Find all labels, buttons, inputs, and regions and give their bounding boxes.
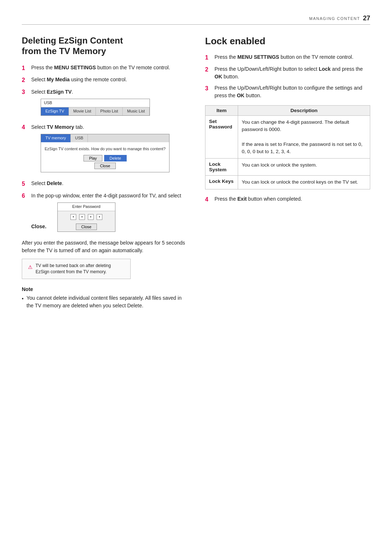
delete-button[interactable]: Delete [104,155,127,161]
right-step-num-2: 2 [205,65,212,81]
tv-memory-mockup: TV memory USB EzSign TV content exists. … [41,134,170,172]
lock-table-row-2: LockSystem You can lock or unlock the sy… [205,159,370,176]
right-steps-list: 1 Press the MENU SETTINGS button on the … [205,53,370,99]
warning-text: TV will be turned back on after deleting… [36,263,124,275]
tv-memory-buttons: Play Delete [45,155,166,161]
step-text-3: Select EzSign TV. [31,89,73,95]
right-steps-list-2: 4 Press the Exit button when completed. [205,195,370,204]
usb-tab-movie[interactable]: Movie List [69,107,96,115]
lock-table-row-1: SetPassword You can change the 4-digit p… [205,116,370,159]
left-step-3: 3 Select EzSign TV. USB EzSign TV Movie … [22,88,187,119]
tv-memory-body-text: EzSign TV content exists. How do you wan… [45,144,166,153]
page-header: Managing Content 27 [22,15,370,25]
close-button-password[interactable]: Close [76,224,97,230]
note-text: You cannot delete individual content fil… [26,294,187,310]
right-step-2: 2 Press the Up/Down/Left/Right button to… [205,65,370,81]
password-dots: • • • • [58,211,115,221]
usb-tab-photo[interactable]: Photo List [96,107,123,115]
usb-tab-ezsign[interactable]: EzSign TV [41,107,69,115]
right-step-num-3: 3 [205,84,212,99]
right-section-title: Lock enabled [205,36,370,47]
lock-table-header-description: Description [238,106,370,116]
tv-memory-tab-usb[interactable]: USB [71,134,88,142]
note-title: Note [22,286,187,292]
lock-table-item-1: SetPassword [205,116,238,159]
password-mockup: Enter Password • • • • Close [57,202,115,232]
tv-memory-body: EzSign TV content exists. How do you wan… [41,142,169,172]
right-step-3: 3 Press the Up/Down/Left/Right button to… [205,84,370,99]
page-number: 27 [363,15,370,22]
right-step-text-3: Press the Up/Down/Left/Right button to c… [215,84,370,99]
lock-table: Item Description SetPassword You can cha… [205,105,370,189]
password-dot-3: • [88,214,94,220]
step-num-4: 4 [22,123,28,176]
usb-tabs-row: EzSign TV Movie List Photo List Music Li… [41,107,150,115]
usb-mockup: USB EzSign TV Movie List Photo List Musi… [41,99,150,116]
step-num-3: 3 [22,88,28,119]
note-item: • You cannot delete individual content f… [22,294,187,310]
warning-box: ⚠ TV will be turned back on after deleti… [22,259,131,279]
right-step-text-2: Press the Up/Down/Left/Right button to s… [215,65,370,81]
close-button-tv-memory[interactable]: Close [94,163,115,169]
lock-table-row-3: Lock Keys You can lock or unlock the con… [205,176,370,189]
right-step-text-4: Press the Exit button when completed. [215,195,302,204]
password-close-row: Close [58,222,115,232]
play-button[interactable]: Play [83,155,102,161]
lock-table-item-2: LockSystem [205,159,238,176]
main-content: Deleting EzSign Content from the TV Memo… [22,36,370,310]
step-num-2: 2 [22,76,28,84]
right-step-num-4: 4 [205,195,212,204]
bullet-icon: • [22,295,24,310]
password-mockup-header: Enter Password [58,203,115,211]
tv-memory-close-row: Close [45,163,166,170]
left-step-4: 4 Select TV Memory tab. TV memory USB Ez… [22,123,187,176]
lock-table-header-item: Item [205,106,238,116]
tv-memory-tab-tv[interactable]: TV memory [41,134,71,142]
lock-table-desc-1: You can change the 4-digit password. The… [238,116,370,159]
left-step-5: 5 Select Delete. [22,180,187,188]
right-step-4: 4 Press the Exit button when completed. [205,195,370,204]
right-column: Lock enabled 1 Press the MENU SETTINGS b… [205,36,370,310]
tv-memory-tabs: TV memory USB [41,134,169,142]
left-step-2: 2 Select My Media using the remote contr… [22,76,187,84]
password-dot-1: • [70,214,76,220]
warning-icon: ⚠ [28,263,33,271]
password-dot-4: • [97,214,102,220]
lock-table-desc-3: You can lock or unlock the control keys … [238,176,370,189]
left-steps-list: 1 Press the MENU SETTINGS button on the … [22,64,187,235]
step-text-5: Select Delete. [31,180,64,188]
left-column: Deleting EzSign Content from the TV Memo… [22,36,187,310]
password-dot-2: • [79,214,85,220]
lock-table-item-3: Lock Keys [205,176,238,189]
note-section: Note • You cannot delete individual cont… [22,286,187,310]
after-password-text: After you enter the password, the messag… [22,239,187,254]
step-text-4: Select TV Memory tab. [31,124,84,130]
left-section-title: Deleting EzSign Content from the TV Memo… [22,36,187,57]
right-step-num-1: 1 [205,53,212,62]
right-step-text-1: Press the MENU SETTINGS button on the TV… [215,53,354,62]
left-step-1: 1 Press the MENU SETTINGS button on the … [22,64,187,72]
usb-header-label: USB [41,99,150,107]
step-text-1: Press the MENU SETTINGS button on the TV… [31,64,170,72]
step-num-6: 6 [22,192,28,235]
step-text-2: Select My Media using the remote control… [31,76,127,84]
step-num-5: 5 [22,180,28,188]
step-num-1: 1 [22,64,28,72]
lock-table-desc-2: You can lock or unlock the system. [238,159,370,176]
right-step-1: 1 Press the MENU SETTINGS button on the … [205,53,370,62]
left-step-6: 6 In the pop-up window, enter the 4-digi… [22,192,187,235]
section-label: Managing Content [309,16,360,21]
usb-tab-music[interactable]: Music List [123,107,150,115]
